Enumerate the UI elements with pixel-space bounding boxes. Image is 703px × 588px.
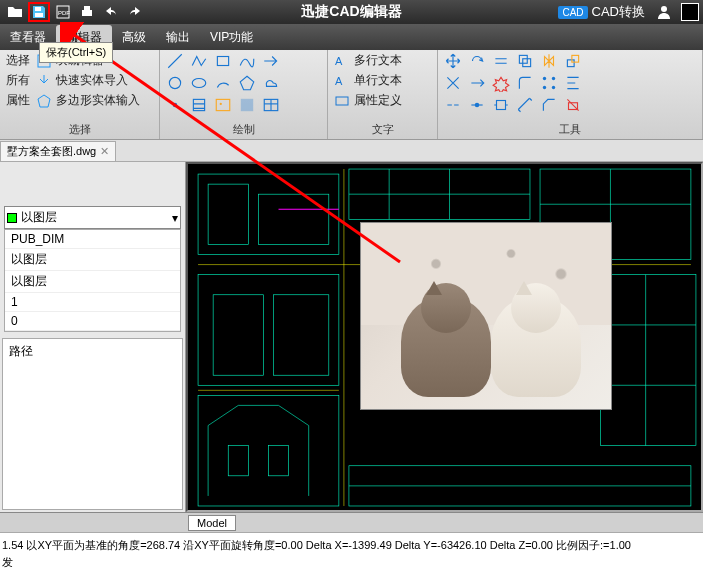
list-item[interactable]: PUB_DIM — [5, 230, 180, 249]
save-icon[interactable] — [28, 2, 50, 22]
move-icon[interactable] — [444, 52, 462, 70]
rotate-icon[interactable] — [468, 52, 486, 70]
select-all-btn[interactable]: 所有 — [6, 72, 30, 89]
mirror-icon[interactable] — [540, 52, 558, 70]
arrow-icon[interactable] — [262, 52, 280, 70]
svg-rect-28 — [572, 55, 579, 62]
svg-rect-16 — [216, 99, 230, 110]
svg-rect-1 — [35, 13, 43, 17]
svg-line-9 — [168, 54, 182, 68]
extend-icon[interactable] — [468, 74, 486, 92]
main-area: 以图层 ▾ PUB_DIM 以图层 以图层 1 0 路径 — [0, 162, 703, 512]
svg-point-31 — [543, 86, 546, 89]
svg-point-14 — [173, 103, 178, 108]
cloud-icon[interactable] — [262, 74, 280, 92]
svg-rect-36 — [198, 174, 339, 254]
svg-point-11 — [169, 77, 180, 88]
svg-rect-34 — [497, 101, 506, 110]
tab-vip[interactable]: VIP功能 — [200, 25, 263, 50]
svg-marker-13 — [240, 76, 254, 90]
svg-text:PDF: PDF — [58, 10, 70, 16]
hatch-icon[interactable] — [190, 96, 208, 114]
svg-rect-51 — [268, 446, 288, 476]
line-icon[interactable] — [166, 52, 184, 70]
model-tab[interactable]: Model — [188, 515, 236, 531]
image-icon[interactable] — [214, 96, 232, 114]
table-icon[interactable] — [262, 96, 280, 114]
polyline-icon[interactable] — [190, 52, 208, 70]
point-icon[interactable] — [166, 96, 184, 114]
open-icon[interactable] — [4, 2, 26, 22]
inserted-image[interactable] — [360, 222, 612, 410]
tab-output[interactable]: 输出 — [156, 25, 200, 50]
polygon-input-btn[interactable]: 多边形实体输入 — [36, 92, 140, 109]
svg-rect-27 — [567, 60, 574, 67]
svg-point-6 — [661, 6, 667, 12]
close-icon[interactable]: ✕ — [100, 145, 109, 158]
left-panel: 以图层 ▾ PUB_DIM 以图层 以图层 1 0 路径 — [0, 162, 186, 512]
redo-icon[interactable] — [124, 2, 146, 22]
status-bar: 1.54 以XY平面为基准的角度=268.74 沿XY平面旋转角度=0.00 D… — [0, 532, 703, 588]
offset-icon[interactable] — [492, 52, 510, 70]
stretch-icon[interactable] — [492, 96, 510, 114]
user-icon[interactable] — [653, 2, 675, 22]
array-icon[interactable] — [540, 74, 558, 92]
mtext-btn[interactable]: A多行文本 — [334, 52, 402, 69]
tool-grid — [444, 52, 584, 114]
erase-icon[interactable] — [564, 96, 582, 114]
list-item[interactable]: 以图层 — [5, 271, 180, 293]
arc-icon[interactable] — [214, 74, 232, 92]
properties-btn[interactable]: 属性 — [6, 92, 30, 109]
svg-rect-50 — [228, 446, 248, 476]
pdf-icon[interactable]: PDF — [52, 2, 74, 22]
select-btn[interactable]: 选择 — [6, 52, 30, 69]
svg-rect-18 — [241, 99, 252, 110]
layer-list[interactable]: PUB_DIM 以图层 以图层 1 0 — [4, 229, 181, 332]
ellipse-icon[interactable] — [190, 74, 208, 92]
svg-rect-48 — [273, 295, 328, 375]
block-icon[interactable] — [238, 96, 256, 114]
measure-icon[interactable] — [516, 96, 534, 114]
fillet-icon[interactable] — [516, 74, 534, 92]
svg-point-17 — [220, 103, 222, 105]
app-title: 迅捷CAD编辑器 — [301, 3, 401, 21]
list-item[interactable]: 0 — [5, 312, 180, 331]
align-icon[interactable] — [564, 74, 582, 92]
join-icon[interactable] — [468, 96, 486, 114]
svg-text:A: A — [335, 75, 343, 87]
path-panel: 路径 — [2, 338, 183, 510]
cad-convert-link[interactable]: CAD转换 — [592, 3, 645, 21]
file-tab[interactable]: 墅方案全套图.dwg ✕ — [0, 141, 116, 161]
avatar[interactable] — [681, 3, 699, 21]
trim-icon[interactable] — [444, 74, 462, 92]
spline-icon[interactable] — [238, 52, 256, 70]
rect-icon[interactable] — [214, 52, 232, 70]
drawing-viewport[interactable] — [186, 162, 703, 512]
save-tooltip: 保存(Ctrl+S) — [39, 42, 113, 63]
svg-marker-8 — [38, 95, 50, 107]
attrdef-btn[interactable]: 属性定义 — [334, 92, 402, 109]
list-item[interactable]: 1 — [5, 293, 180, 312]
print-icon[interactable] — [76, 2, 98, 22]
undo-icon[interactable] — [100, 2, 122, 22]
chamfer-icon[interactable] — [540, 96, 558, 114]
svg-point-33 — [475, 103, 480, 108]
list-item[interactable]: 以图层 — [5, 249, 180, 271]
text-btn[interactable]: A单行文本 — [334, 72, 402, 89]
layout-tab-row: Model — [0, 512, 703, 532]
scale-icon[interactable] — [564, 52, 582, 70]
break-icon[interactable] — [444, 96, 462, 114]
polygon-icon[interactable] — [238, 74, 256, 92]
draw-tool-grid — [166, 52, 282, 114]
circle-icon[interactable] — [166, 74, 184, 92]
layer-combo[interactable]: 以图层 ▾ — [4, 206, 181, 229]
ribbon-group-tool-label: 工具 — [444, 120, 696, 137]
quick-import-btn[interactable]: 快速实体导入 — [36, 72, 140, 89]
svg-rect-38 — [258, 194, 328, 244]
svg-rect-24 — [336, 97, 348, 105]
explode-icon[interactable] — [492, 74, 510, 92]
svg-point-12 — [192, 79, 206, 88]
copy-icon[interactable] — [516, 52, 534, 70]
cad-badge: CAD — [558, 6, 587, 19]
tab-advanced[interactable]: 高级 — [112, 25, 156, 50]
